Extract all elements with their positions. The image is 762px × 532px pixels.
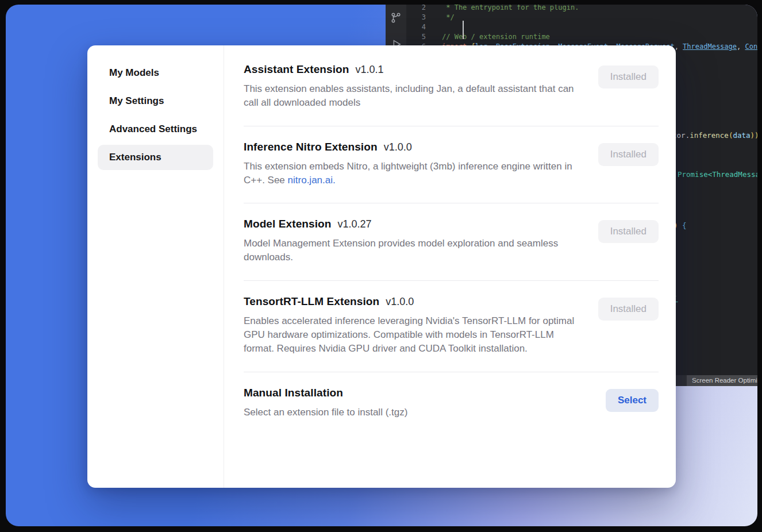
import-identifier: ThreadMessage: [683, 43, 737, 51]
code-text: ));: [751, 131, 757, 140]
extension-title: Assistant Extension: [244, 63, 349, 76]
import-identifier: ContentType: [745, 43, 757, 51]
sidebar-item-label: My Models: [109, 67, 159, 79]
extension-row-tensorrt-llm: TensortRT-LLM Extension v1.0.0 Enables a…: [244, 281, 659, 372]
manual-installation-title: Manual Installation: [244, 387, 343, 399]
extension-title-line: Inference Nitro Extension v1.0.0: [244, 141, 582, 153]
code-text: inference: [690, 131, 729, 140]
code-text: */: [426, 13, 455, 22]
line-number: 3: [406, 13, 426, 22]
code-text: // Web / extension runtime: [426, 32, 550, 42]
extension-description: This extension embeds Nitro, a lightweig…: [244, 160, 582, 188]
extension-title-line: Manual Installation: [244, 387, 407, 399]
extension-description: This extension enables assistants, inclu…: [244, 82, 582, 110]
sidebar-item-advanced-settings[interactable]: Advanced Settings: [98, 117, 213, 142]
sidebar-item-my-models[interactable]: My Models: [98, 60, 213, 86]
source-control-icon[interactable]: [390, 11, 402, 24]
extension-title-line: Assistant Extension v1.0.1: [244, 63, 582, 76]
sidebar-item-extensions[interactable]: Extensions: [98, 145, 213, 170]
extension-version: v1.0.0: [386, 296, 414, 308]
extension-title: Model Extension: [244, 218, 331, 230]
manual-installation-description: Select an extension file to install (.tg…: [244, 406, 407, 419]
extension-info: TensortRT-LLM Extension v1.0.0 Enables a…: [244, 295, 582, 356]
code-fragment: rator.inference(data));: [664, 131, 757, 140]
code-area: 2 * The entrypoint for the plugin. 3 */ …: [406, 5, 757, 52]
sidebar-item-my-settings[interactable]: My Settings: [98, 88, 213, 114]
manual-installation-row: Manual Installation Select an extension …: [244, 372, 659, 435]
installed-button[interactable]: Installed: [598, 298, 659, 321]
sidebar-item-label: Advanced Settings: [109, 124, 197, 135]
extension-title: Inference Nitro Extension: [244, 141, 378, 153]
extension-version: v1.0.0: [384, 141, 412, 153]
extensions-panel: Assistant Extension v1.0.1 This extensio…: [224, 45, 676, 488]
extension-info: Inference Nitro Extension v1.0.0 This ex…: [244, 141, 582, 188]
text-cursor: [463, 21, 464, 39]
installed-button[interactable]: Installed: [598, 220, 659, 243]
desktop-canvas: 2 * The entrypoint for the plugin. 3 */ …: [6, 5, 757, 526]
code-line: 5 // Web / extension runtime: [406, 32, 757, 42]
extension-row-assistant: Assistant Extension v1.0.1 This extensio…: [244, 45, 659, 126]
extension-title: TensortRT-LLM Extension: [244, 295, 379, 308]
code-text: * The entrypoint for the plugin.: [426, 5, 579, 13]
code-text: [426, 22, 442, 32]
screen-reader-status-item[interactable]: Screen Reader Optimize: [687, 375, 757, 386]
line-number: 2: [406, 5, 426, 13]
extension-info: Manual Installation Select an extension …: [244, 387, 407, 419]
nitro-jan-ai-link[interactable]: nitro.jan.ai.: [288, 175, 336, 186]
code-line: 3 */: [406, 13, 757, 22]
settings-modal: My Models My Settings Advanced Settings …: [87, 45, 676, 488]
separator: ,: [737, 43, 745, 51]
sidebar-item-label: Extensions: [109, 152, 161, 163]
line-number: 4: [406, 22, 426, 32]
extension-version: v1.0.1: [356, 64, 384, 76]
extension-info: Model Extension v1.0.27 Model Management…: [244, 218, 582, 265]
extension-version: v1.0.27: [337, 218, 371, 230]
extension-info: Assistant Extension v1.0.1 This extensio…: [244, 63, 582, 110]
extension-title-line: TensortRT-LLM Extension v1.0.0: [244, 295, 582, 308]
installed-button[interactable]: Installed: [598, 65, 659, 88]
extension-row-model: Model Extension v1.0.27 Model Management…: [244, 203, 659, 281]
code-line: 2 * The entrypoint for the plugin.: [406, 5, 757, 13]
installed-button[interactable]: Installed: [598, 143, 659, 166]
code-fragment: Promise<ThreadMessage>: [678, 170, 757, 179]
separator: ,: [675, 43, 683, 51]
code-line: 4: [406, 22, 757, 32]
extension-description: Model Management Extension provides mode…: [244, 237, 582, 265]
settings-sidebar: My Models My Settings Advanced Settings …: [87, 45, 224, 488]
extension-row-inference-nitro: Inference Nitro Extension v1.0.0 This ex…: [244, 126, 659, 204]
extension-description: Enables accelerated inference leveraging…: [244, 314, 582, 356]
select-file-button[interactable]: Select: [606, 389, 659, 412]
extension-title-line: Model Extension v1.0.27: [244, 218, 582, 230]
code-text: data: [733, 131, 750, 140]
code-text: {: [678, 221, 687, 230]
line-number: 5: [406, 32, 426, 42]
sidebar-item-label: My Settings: [109, 95, 164, 107]
